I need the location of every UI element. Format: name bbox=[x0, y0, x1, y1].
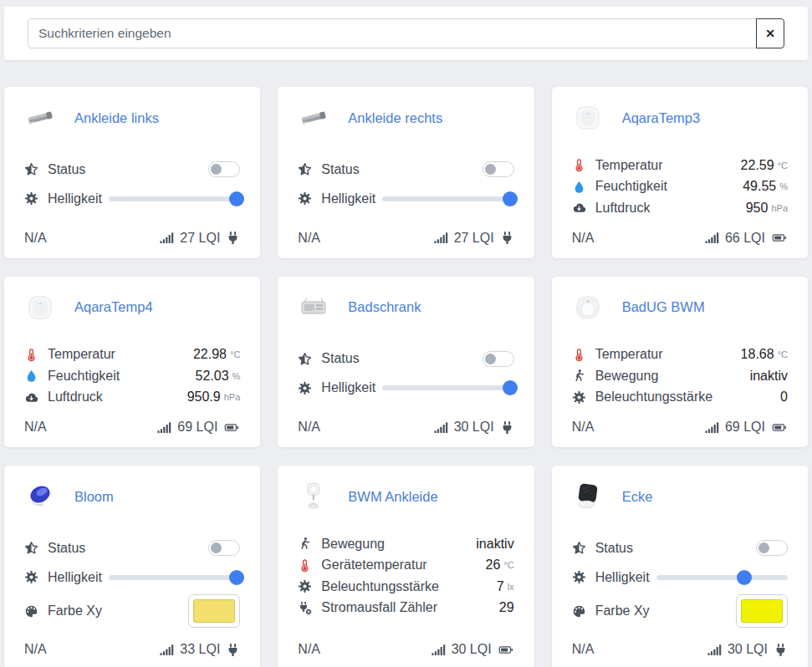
status-toggle[interactable] bbox=[483, 351, 514, 367]
slider-knob[interactable] bbox=[229, 570, 244, 585]
brightness-slider[interactable] bbox=[109, 575, 240, 580]
status-toggle[interactable] bbox=[756, 540, 788, 556]
brightness-slider[interactable] bbox=[382, 385, 513, 390]
slider-knob[interactable] bbox=[229, 191, 244, 206]
status-toggle[interactable] bbox=[208, 540, 240, 556]
brightness-slider[interactable] bbox=[382, 196, 513, 201]
slider-knob[interactable] bbox=[503, 191, 518, 206]
slider-knob[interactable] bbox=[737, 570, 752, 585]
brightness-slider[interactable] bbox=[109, 196, 240, 201]
status-toggle[interactable] bbox=[208, 161, 240, 177]
slider-knob[interactable] bbox=[503, 380, 518, 395]
status-toggle[interactable] bbox=[483, 161, 514, 177]
brightness-slider[interactable] bbox=[656, 575, 788, 580]
